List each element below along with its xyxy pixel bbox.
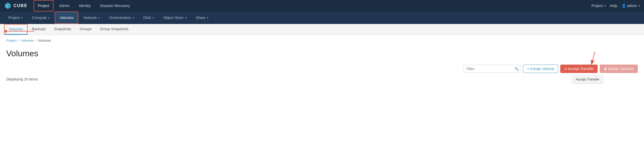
user-icon: 👤: [622, 4, 626, 8]
page-title: Volumes: [6, 49, 638, 58]
tab-backups[interactable]: Backups: [28, 24, 50, 35]
top-nav-left: ⬡ CUBE Project Admin Identity Disaster R…: [4, 0, 133, 11]
chevron-down-icon: ▾: [133, 16, 134, 19]
top-nav-admin[interactable]: Admin: [56, 0, 73, 11]
top-nav-project[interactable]: Project: [34, 0, 53, 11]
chevron-down-icon: ▾: [21, 16, 23, 19]
breadcrumb: Project / Volumes / Volumes: [6, 39, 638, 42]
breadcrumb-sep-1: /: [18, 39, 19, 42]
chevron-down-icon: ▾: [639, 4, 640, 7]
second-nav-object-store[interactable]: Object Store ▾: [159, 11, 191, 24]
top-nav-help[interactable]: Help: [610, 4, 617, 8]
tabs-bar: Volumes Backups Snapshots Groups Group S…: [0, 24, 644, 35]
second-nav-network[interactable]: Network ▾: [79, 11, 104, 24]
top-nav: ⬡ CUBE Project Admin Identity Disaster R…: [0, 0, 644, 11]
second-nav-share[interactable]: Share ▾: [192, 11, 212, 24]
page-content: Volumes 🔍 + Create Volume ⇌ Accept Trans…: [0, 45, 644, 88]
delete-volumes-button[interactable]: 🗑 Delete Volumes: [600, 65, 638, 73]
tab-snapshots[interactable]: Snapshots: [50, 24, 75, 35]
top-nav-disaster-recovery[interactable]: Disaster Recovery: [96, 0, 133, 11]
filter-input[interactable]: [464, 65, 521, 73]
action-row: 🔍 + Create Volume ⇌ Accept Transfer: [6, 65, 638, 73]
second-nav-volumes[interactable]: Volumes: [55, 11, 78, 24]
top-nav-project-dropdown[interactable]: Project ▾: [591, 4, 606, 8]
top-nav-admin-user[interactable]: 👤 admin ▾: [622, 4, 640, 8]
breadcrumb-current: Volumes: [38, 39, 51, 42]
second-nav-dns[interactable]: DNS ▾: [139, 11, 158, 24]
logo-area: ⬡ CUBE: [4, 2, 27, 9]
second-nav-project[interactable]: Project ▾: [4, 11, 27, 24]
breadcrumb-area: Project / Volumes / Volumes: [0, 35, 644, 45]
create-volume-button[interactable]: + Create Volume: [523, 65, 558, 73]
accept-transfer-wrapper: ⇌ Accept Transfer Accept Transfer: [560, 65, 598, 73]
top-nav-identity[interactable]: Identity: [75, 0, 94, 11]
chevron-down-icon: ▾: [98, 16, 100, 19]
chevron-down-icon: ▾: [185, 16, 186, 19]
displaying-count: Displaying 20 items: [6, 77, 638, 81]
accept-transfer-tooltip: Accept Transfer: [572, 76, 603, 83]
top-nav-right: Project ▾ Help 👤 admin ▾: [591, 4, 640, 8]
svg-text:⬡: ⬡: [6, 5, 8, 8]
second-nav-orchestration[interactable]: Orchestration ▾: [105, 11, 138, 24]
breadcrumb-volumes-parent[interactable]: Volumes: [21, 39, 34, 42]
second-nav-compute[interactable]: Compute ▾: [28, 11, 54, 24]
tab-volumes[interactable]: Volumes: [4, 24, 28, 35]
breadcrumb-project[interactable]: Project: [6, 39, 17, 42]
chevron-down-icon: ▾: [48, 16, 50, 19]
tab-group-snapshots[interactable]: Group Snapshots: [96, 24, 133, 35]
breadcrumb-sep-2: /: [35, 39, 37, 42]
chevron-down-icon: ▾: [153, 16, 154, 19]
chevron-down-icon: ▾: [604, 4, 606, 7]
chevron-down-icon: ▾: [207, 16, 208, 19]
logo-text: CUBE: [14, 3, 27, 8]
cube-logo-icon: ⬡: [4, 2, 11, 9]
second-nav: Project ▾ Compute ▾ Volumes Network ▾ Or…: [0, 11, 644, 24]
filter-input-wrap: 🔍: [464, 65, 521, 73]
accept-transfer-button[interactable]: ⇌ Accept Transfer: [560, 65, 598, 73]
search-icon-button[interactable]: 🔍: [514, 67, 519, 71]
search-icon: 🔍: [514, 67, 519, 71]
tab-groups[interactable]: Groups: [76, 24, 96, 35]
